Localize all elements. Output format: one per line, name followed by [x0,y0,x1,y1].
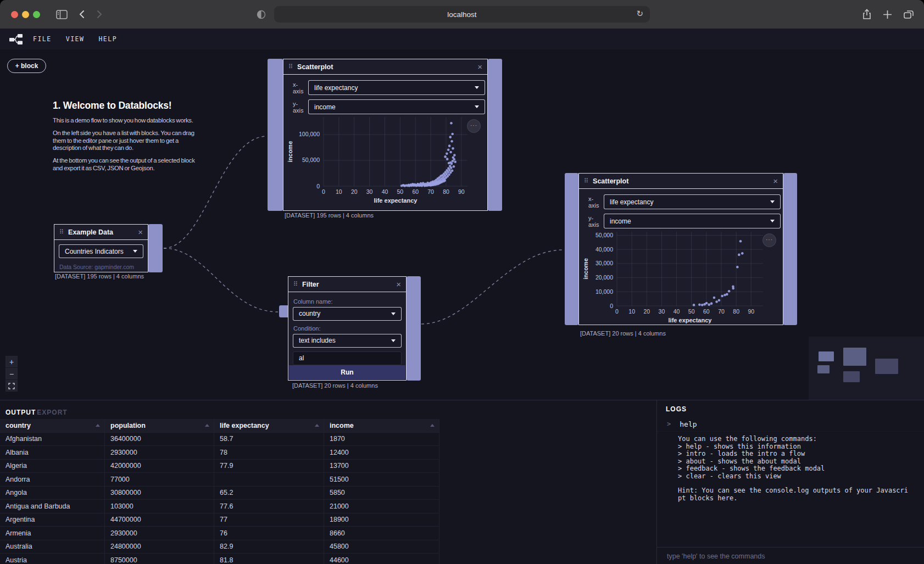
example-data-header[interactable]: ⠿ Example Data × [54,225,148,240]
node-scatterplot-2[interactable]: ⠿ Scatterplot × x-axis life expectancy y… [565,173,797,325]
minimap-node [843,348,866,366]
sort-arrow-icon[interactable] [96,424,100,427]
zoom-window-button[interactable] [33,11,40,18]
fit-view-button[interactable] [5,380,18,392]
table-row[interactable]: Albania29300007812400 [0,446,439,460]
scatterplot1-output-port[interactable] [488,59,502,211]
scatter-point [435,181,438,184]
y-tick-label: 50,000 [595,232,613,238]
menu-help[interactable]: HELP [98,35,117,43]
minimize-window-button[interactable] [22,11,29,18]
run-button[interactable]: Run [289,365,405,379]
table-row[interactable]: Afghanistan3640000058.71870 [0,433,439,446]
table-row[interactable]: Algeria4200000077.913700 [0,460,439,473]
table-cell: 1870 [324,433,439,446]
sort-arrow-icon[interactable] [430,424,435,427]
x-axis-label: x-axis [588,196,604,209]
minimap[interactable] [809,337,924,400]
tab-output[interactable]: OUTPUT [5,409,36,416]
zoom-in-button[interactable]: + [5,356,18,367]
dataset-select[interactable]: Countries Indicators [59,244,143,258]
new-tab-icon[interactable] [883,10,892,19]
sort-arrow-icon[interactable] [315,424,319,427]
table-cell: 77.9 [214,460,324,473]
table-row[interactable]: Austria875000081.844600 [0,554,439,564]
console-input[interactable] [666,552,899,561]
zoom-out-button[interactable]: − [5,368,18,379]
close-icon[interactable]: × [396,280,401,288]
edge-filter-to-scatter2[interactable] [421,250,564,324]
filter-body: ⠿ Filter × Column name: country Conditio… [288,276,407,381]
table-row[interactable]: Australia2480000082.945800 [0,540,439,554]
tab-export[interactable]: EXPORT [37,409,67,416]
x-tick-label: 70 [718,308,725,315]
welcome-paragraph-1: This is a demo flow to show you how data… [53,117,199,124]
table-cell: 58.7 [214,433,324,446]
scatter-point [450,122,453,125]
scatterplot1-header[interactable]: ⠿ Scatterplot × [283,59,487,75]
scatter-point [453,154,456,157]
share-icon[interactable] [862,9,872,20]
column-header-population[interactable]: population [105,419,214,432]
table-row[interactable]: Andorra7700051500 [0,473,439,487]
column-name-label: Column name: [288,298,406,305]
scatter-point [701,304,704,306]
traffic-lights [11,11,44,18]
scatterplot2-header[interactable]: ⠿ Scatterplot × [579,174,783,189]
node-example-data[interactable]: ⠿ Example Data × Countries Indicators Da… [54,224,163,272]
node-filter[interactable]: ⠿ Filter × Column name: country Conditio… [279,276,421,381]
filter-output-port[interactable] [407,276,421,381]
column-select[interactable]: country [293,307,402,321]
scatter-chart: 0102030405060708090010,00020,00030,00040… [579,227,784,325]
welcome-note: 1. Welcome to Datablocks! This is a demo… [53,100,199,177]
table-row[interactable]: Angola3080000065.25850 [0,487,439,500]
menu-view[interactable]: VIEW [66,35,85,43]
x-axis-select[interactable]: life expectancy [604,194,781,209]
sort-arrow-icon[interactable] [205,424,209,427]
edge-example-to-filter[interactable] [164,248,278,312]
table-cell: Australia [0,540,105,554]
scatterplot2-output-port[interactable] [783,173,797,325]
reload-icon[interactable]: ↻ [636,9,643,19]
back-button[interactable] [79,10,85,19]
address-bar[interactable]: localhost ↻ [274,6,650,23]
column-header-income[interactable]: income [324,419,439,432]
close-icon[interactable]: × [773,177,778,185]
drag-handle-icon[interactable]: ⠿ [288,64,293,70]
log-line: > intro - loads the intro a flow [678,450,911,458]
flow-canvas[interactable]: + block 1. Welcome to Datablocks! This i… [0,49,924,400]
table-row[interactable]: Argentina447000007718900 [0,513,439,527]
example-data-output-port[interactable] [148,224,163,272]
forward-button[interactable] [97,10,103,19]
y-axis-row: y-axis income [579,214,783,228]
column-header-label: life expectancy [220,422,269,429]
filter-header[interactable]: ⠿ Filter × [288,277,406,292]
filter-value-input[interactable] [293,351,402,366]
add-block-button[interactable]: + block [7,59,46,73]
table-row[interactable]: Antigua and Barbuda10300077.621000 [0,500,439,513]
table-row[interactable]: Armenia2930000768660 [0,527,439,540]
scatterplot1-input-port[interactable] [268,59,283,211]
drag-handle-icon[interactable]: ⠿ [584,178,588,184]
tab-overview-icon[interactable] [903,9,914,19]
drag-handle-icon[interactable]: ⠿ [59,229,64,235]
datablocks-logo-icon [9,33,23,45]
close-icon[interactable]: × [138,228,143,236]
condition-select[interactable]: text includes [293,334,402,348]
y-axis-select[interactable]: income [604,214,781,228]
drag-handle-icon[interactable]: ⠿ [293,281,298,287]
more-options-button[interactable]: ··· [467,119,481,133]
close-icon[interactable]: × [477,63,482,71]
node-scatterplot-1[interactable]: ⠿ Scatterplot × x-axis life expectancy y… [268,59,502,211]
sidebar-icon[interactable] [56,10,68,19]
column-header-life-expectancy[interactable]: life expectancy [214,419,324,432]
close-window-button[interactable] [11,11,18,18]
scatterplot2-input-port[interactable] [565,173,578,325]
menu-file[interactable]: FILE [33,35,52,43]
welcome-paragraph-3: At the bottom you can see the output of … [53,157,199,172]
x-axis-select[interactable]: life expectancy [308,80,485,95]
privacy-shield-icon[interactable] [257,10,266,19]
more-options-button[interactable]: ··· [762,233,776,247]
column-header-country[interactable]: country [0,419,105,432]
y-axis-select[interactable]: income [308,99,485,114]
